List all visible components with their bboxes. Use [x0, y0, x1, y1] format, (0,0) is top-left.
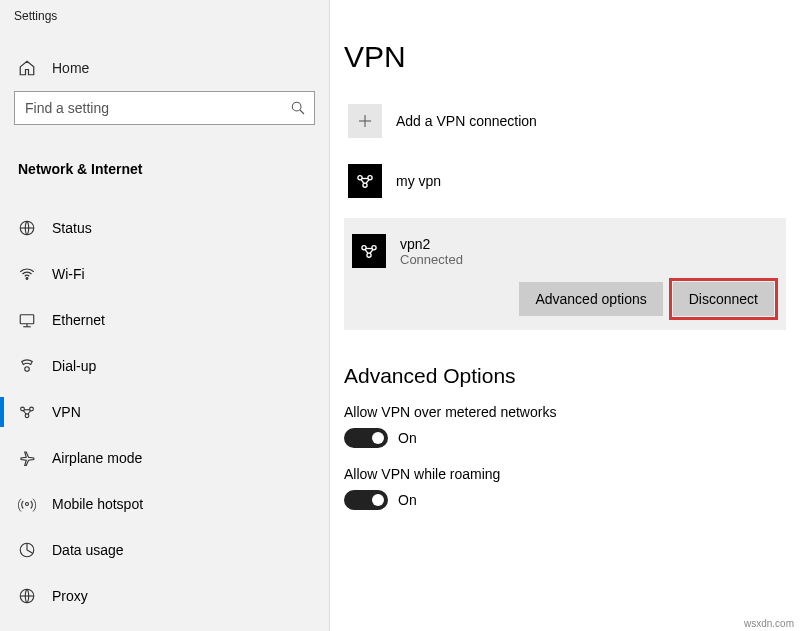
sidebar-item-vpn[interactable]: VPN — [0, 389, 329, 435]
sidebar-item-hotspot[interactable]: Mobile hotspot — [0, 481, 329, 527]
advanced-options-heading: Advanced Options — [344, 364, 800, 388]
sidebar-item-proxy[interactable]: Proxy — [0, 573, 329, 619]
disconnect-button[interactable]: Disconnect — [673, 282, 774, 316]
svg-point-4 — [26, 278, 28, 280]
sidebar-item-label: Dial-up — [36, 358, 96, 374]
airplane-icon — [18, 449, 36, 467]
page-title: VPN — [344, 40, 800, 74]
svg-line-14 — [28, 411, 31, 415]
sidebar-item-ethernet[interactable]: Ethernet — [0, 297, 329, 343]
svg-line-13 — [23, 411, 26, 415]
status-icon — [18, 219, 36, 237]
plus-icon — [348, 104, 382, 138]
wifi-icon — [18, 265, 36, 283]
vpn-status: Connected — [400, 252, 463, 267]
sidebar-category: Network & Internet — [0, 147, 329, 191]
vpn-name: my vpn — [382, 173, 441, 189]
search-field[interactable] — [25, 100, 290, 116]
dialup-icon — [18, 357, 36, 375]
svg-point-15 — [26, 503, 29, 506]
vpn-entry-myvpn[interactable]: my vpn — [344, 158, 800, 204]
watermark: wsxdn.com — [744, 618, 794, 629]
svg-point-0 — [292, 102, 301, 111]
svg-line-32 — [370, 249, 373, 253]
sidebar-item-datausage[interactable]: Data usage — [0, 527, 329, 573]
vpn-entry-vpn2-selected[interactable]: vpn2 Connected Advanced options Disconne… — [344, 218, 786, 330]
search-input[interactable] — [14, 91, 315, 125]
proxy-icon — [18, 587, 36, 605]
sidebar-item-dialup[interactable]: Dial-up — [0, 343, 329, 389]
vpn-entry-vpn2[interactable]: vpn2 Connected — [348, 228, 776, 276]
svg-line-26 — [366, 179, 369, 183]
vpn-network-icon — [352, 234, 386, 268]
advanced-options-button[interactable]: Advanced options — [519, 282, 662, 316]
search-icon — [290, 100, 306, 116]
sidebar-item-home[interactable]: Home — [0, 45, 329, 91]
data-usage-icon — [18, 541, 36, 559]
svg-line-31 — [365, 249, 368, 253]
sidebar-item-label: Airplane mode — [36, 450, 142, 466]
roaming-state: On — [398, 492, 417, 508]
svg-point-8 — [25, 367, 30, 372]
metered-state: On — [398, 430, 417, 446]
sidebar-item-label: Ethernet — [36, 312, 105, 328]
ethernet-icon — [18, 311, 36, 329]
vpn-name: vpn2 — [400, 236, 463, 252]
vpn-icon — [18, 403, 36, 421]
sidebar-item-airplane[interactable]: Airplane mode — [0, 435, 329, 481]
add-vpn-label: Add a VPN connection — [382, 113, 537, 129]
sidebar-item-label: Mobile hotspot — [36, 496, 143, 512]
sidebar-item-label: Wi-Fi — [36, 266, 85, 282]
sidebar-item-label: VPN — [36, 404, 81, 420]
svg-line-25 — [361, 179, 364, 183]
svg-rect-5 — [20, 315, 34, 324]
window-title: Settings — [0, 0, 329, 23]
sidebar-item-label: Proxy — [36, 588, 88, 604]
svg-line-1 — [300, 110, 304, 114]
sidebar-item-status[interactable]: Status — [0, 205, 329, 251]
home-icon — [18, 59, 36, 77]
vpn-network-icon — [348, 164, 382, 198]
sidebar-item-wifi[interactable]: Wi-Fi — [0, 251, 329, 297]
metered-label: Allow VPN over metered networks — [344, 404, 800, 420]
sidebar-item-label: Home — [36, 60, 89, 76]
sidebar-item-label: Status — [36, 220, 92, 236]
hotspot-icon — [18, 495, 36, 513]
roaming-label: Allow VPN while roaming — [344, 466, 800, 482]
roaming-toggle[interactable] — [344, 490, 388, 510]
add-vpn-connection[interactable]: Add a VPN connection — [344, 98, 800, 144]
metered-toggle[interactable] — [344, 428, 388, 448]
sidebar-item-label: Data usage — [36, 542, 124, 558]
